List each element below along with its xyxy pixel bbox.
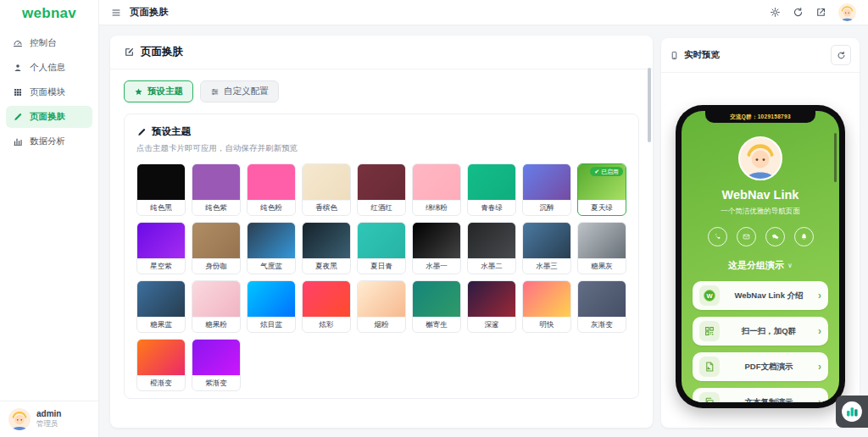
theme-name: 香槟色	[303, 200, 350, 215]
chevron-right-icon: ›	[818, 326, 821, 336]
theme-card[interactable]: 明快 ✔ 已启用	[522, 280, 571, 333]
qq-group-text: 交流Q群：1029158793	[730, 113, 791, 121]
app-logo[interactable]: webnav	[0, 0, 98, 27]
mobile-icon	[670, 51, 679, 60]
theme-card[interactable]: 糖果蓝 ✔ 已启用	[136, 280, 186, 333]
theme-card[interactable]: 炫目蓝 ✔ 已启用	[247, 280, 296, 333]
social-button[interactable]	[794, 227, 814, 246]
tab-label: 自定义配置	[224, 86, 269, 97]
theme-swatch	[358, 223, 405, 258]
theme-swatch	[358, 164, 405, 200]
theme-card[interactable]: 绵绵粉 ✔ 已启用	[412, 163, 461, 216]
link-card[interactable]: 文本复制演示 ›	[693, 388, 828, 402]
refresh-icon	[793, 7, 804, 18]
theme-card[interactable]: 身份咖 ✔ 已启用	[192, 222, 241, 274]
sidebar-item[interactable]: 页面模块	[6, 81, 92, 103]
theme-card[interactable]: 夏日青 ✔ 已启用	[357, 222, 406, 274]
social-button[interactable]	[765, 227, 785, 246]
social-button[interactable]	[737, 227, 756, 246]
theme-card[interactable]: 红酒红 ✔ 已启用	[357, 163, 406, 216]
theme-card[interactable]: 糖果粉 ✔ 已启用	[192, 280, 241, 333]
social-button[interactable]	[708, 227, 727, 246]
chevron-down-icon[interactable]: ∨	[787, 262, 793, 269]
phone-icon	[714, 233, 721, 241]
theme-name: 水墨二	[468, 258, 515, 274]
link-label: 文本复制演示	[725, 397, 813, 403]
stats-widget-button[interactable]	[836, 396, 868, 428]
link-card[interactable]: PDF文档演示 ›	[693, 352, 828, 381]
theme-card[interactable]: 炫彩 ✔ 已启用	[302, 280, 351, 333]
mail-icon	[743, 233, 750, 241]
topbar-avatar[interactable]	[838, 3, 856, 21]
sidebar-item-label: 控制台	[30, 37, 57, 49]
theme-name: 槲寄生	[413, 317, 460, 332]
sidebar-item[interactable]: 控制台	[6, 32, 92, 54]
chevron-right-icon: ›	[818, 397, 821, 402]
theme-card[interactable]: 星空紫 ✔ 已启用	[136, 222, 186, 274]
sidebar-item-label: 数据分析	[30, 136, 65, 147]
theme-name: 紫渐变	[192, 375, 240, 390]
link-card[interactable]: 扫一扫，加Q群 ›	[693, 317, 828, 346]
theme-card[interactable]: 水墨二 ✔ 已启用	[467, 222, 516, 274]
link-card[interactable]: WebNav Link 介绍 ›	[693, 281, 828, 310]
topbar-action[interactable]	[815, 7, 826, 18]
bar-chart-icon	[841, 401, 863, 423]
phone-mockup: 交流Q群：1029158793 WebNav Link 一个简洁优雅的导航页面	[676, 105, 845, 408]
theme-card[interactable]: 烟粉 ✔ 已启用	[357, 280, 406, 333]
theme-card[interactable]: 纯色紫 ✔ 已启用	[192, 163, 241, 216]
theme-swatch	[578, 281, 626, 317]
sidebar-item[interactable]: 数据分析	[6, 130, 92, 152]
theme-swatch	[468, 164, 515, 200]
theme-card[interactable]: 水墨一 ✔ 已启用	[412, 222, 461, 274]
theme-card[interactable]: 槲寄生 ✔ 已启用	[412, 280, 461, 333]
link-list: WebNav Link 介绍 › 扫一扫，加Q群 ›	[682, 281, 839, 402]
theme-card[interactable]: 橙渐变 ✔ 已启用	[136, 339, 186, 391]
brush-icon	[13, 112, 23, 122]
theme-card[interactable]: 纯色粉 ✔ 已启用	[247, 163, 296, 216]
theme-swatch	[303, 164, 350, 200]
theme-swatch	[192, 223, 240, 258]
theme-card[interactable]: 香槟色 ✔ 已启用	[302, 163, 351, 216]
section-subtitle: 点击主题卡片即可应用，自动保存并刷新预览	[136, 143, 626, 154]
theme-swatch	[413, 223, 460, 258]
theme-swatch	[248, 281, 295, 317]
theme-card[interactable]: 糖果灰 ✔ 已启用	[577, 222, 626, 274]
sidebar-user[interactable]: admin 管理员	[0, 401, 98, 437]
sliders-icon	[210, 87, 220, 97]
brush-icon	[136, 127, 147, 137]
theme-name: 糖果蓝	[137, 317, 185, 332]
hamburger-menu-icon[interactable]	[111, 8, 121, 18]
topbar-action[interactable]	[770, 7, 781, 18]
theme-card[interactable]: 纯色黑 ✔ 已启用	[136, 163, 186, 216]
theme-card[interactable]: 紫渐变 ✔ 已启用	[192, 339, 241, 391]
phone-scrollbar-thumb[interactable]	[834, 133, 837, 182]
sidebar-item[interactable]: 页面换肤	[6, 106, 92, 128]
theme-name: 糖果粉	[192, 317, 240, 332]
theme-card[interactable]: 水墨三 ✔ 已启用	[522, 222, 571, 274]
theme-card[interactable]: 夏夜黑 ✔ 已启用	[302, 222, 351, 274]
theme-card[interactable]: 气度蓝 ✔ 已启用	[247, 222, 296, 274]
theme-name: 星空紫	[137, 258, 185, 274]
dash-icon	[13, 38, 23, 48]
link-label: WebNav Link 介绍	[725, 290, 813, 301]
theme-card[interactable]: 深邃 ✔ 已启用	[467, 280, 516, 333]
tab[interactable]: 预设主题	[124, 80, 193, 102]
theme-card[interactable]: 青春绿 ✔ 已启用	[467, 163, 516, 216]
theme-name: 沉醉	[523, 200, 570, 215]
main-scrollbar-thumb[interactable]	[648, 68, 651, 142]
theme-card[interactable]: 沉醉 ✔ 已启用	[522, 163, 571, 216]
theme-name: 明快	[523, 317, 570, 332]
preview-refresh-button[interactable]	[831, 45, 851, 65]
theme-swatch	[303, 281, 350, 317]
edit-icon	[124, 47, 135, 58]
enabled-badge: ✔ 已启用	[590, 167, 623, 176]
tab[interactable]: 自定义配置	[200, 80, 279, 102]
sidebar-item[interactable]: 个人信息	[6, 57, 92, 79]
theme-card[interactable]: 灰渐变 ✔ 已启用	[577, 280, 626, 333]
theme-card[interactable]: 夏天绿 ✔ 已启用	[577, 163, 626, 216]
theme-name: 青春绿	[468, 200, 515, 215]
pdf-icon	[704, 361, 715, 373]
topbar-title: 页面换肤	[130, 6, 169, 19]
topbar-action[interactable]	[793, 7, 804, 18]
theme-name: 纯色紫	[192, 200, 240, 215]
